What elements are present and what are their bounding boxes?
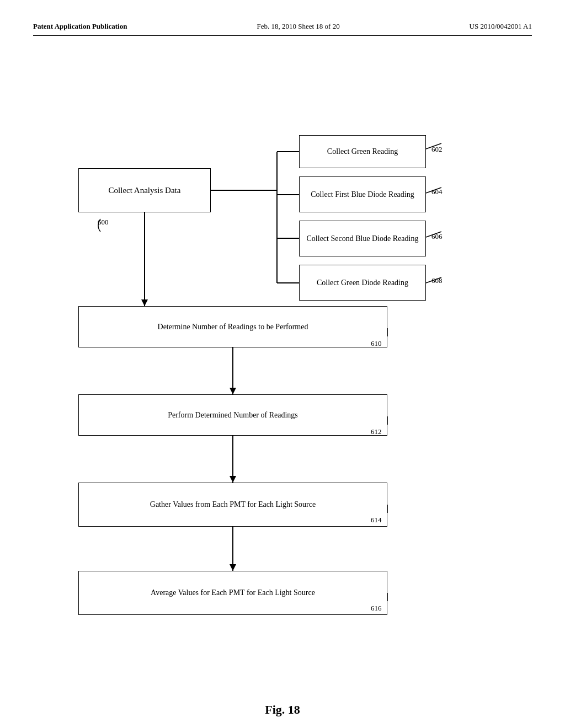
svg-line-9 <box>426 188 441 193</box>
svg-line-10 <box>426 232 441 237</box>
svg-marker-15 <box>230 476 236 483</box>
header-patent-number: US 2010/0042001 A1 <box>470 22 532 31</box>
svg-marker-1 <box>141 299 148 306</box>
flowchart-diagram: Collect Analysis Data 600 Collect Green … <box>45 58 520 665</box>
figure-caption: Fig. 18 <box>265 703 300 717</box>
svg-line-8 <box>426 143 441 149</box>
svg-marker-13 <box>230 388 236 394</box>
svg-marker-17 <box>230 564 236 571</box>
header-publication-label: Patent Application Publication <box>33 22 127 31</box>
page: Patent Application Publication Feb. 18, … <box>0 0 565 728</box>
connector-svg <box>45 58 520 665</box>
header-date-sheet: Feb. 18, 2010 Sheet 18 of 20 <box>257 22 339 31</box>
svg-line-11 <box>426 277 441 283</box>
patent-header: Patent Application Publication Feb. 18, … <box>33 22 532 36</box>
